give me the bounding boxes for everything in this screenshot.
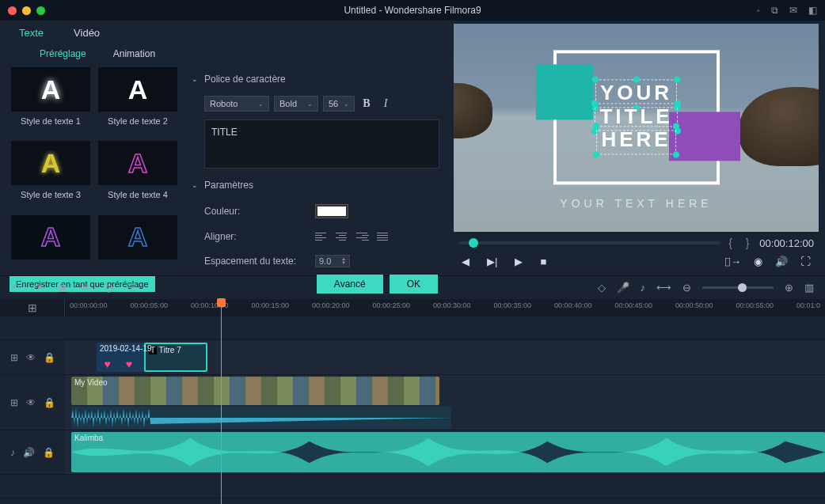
font-size-select[interactable]: 56⌄ [323,96,355,112]
advanced-button[interactable]: Avancé [317,275,383,294]
volume-icon[interactable]: 🔊 [23,447,35,458]
fullscreen-icon[interactable]: ⛶ [800,256,811,267]
add-media-icon[interactable]: ⊞ [28,301,37,314]
adjust-icon[interactable]: ☰ [127,282,137,294]
ruler-tick: 00:00:00:00 [70,301,108,309]
font-family-select[interactable]: Roboto⌄ [204,96,269,112]
video-track: ⊞ 👁 🔒 My Video [0,375,825,430]
chevron-down-icon: ⌄ [192,181,198,189]
notification-icon[interactable]: ◧ [808,5,817,16]
step-forward-button[interactable]: ▶| [487,256,497,267]
italic-button[interactable]: I [378,97,393,110]
ruler-tick: 00:00:40:00 [554,301,592,309]
fit-icon[interactable]: ⟷ [656,282,671,294]
preset-item[interactable]: AStyle de texte 2 [97,67,179,136]
preset-label: Style de texte 4 [108,190,168,199]
preset-thumb: A [11,67,90,112]
account-icon[interactable]: ◦ [757,5,760,16]
playhead[interactable] [221,299,222,504]
preview-canvas[interactable]: YOUR TITLE HERE YOUR TEXT HERE [454,24,819,232]
mail-icon[interactable]: ✉ [789,5,797,16]
zoom-in-button[interactable]: ⊕ [785,282,793,294]
color-picker[interactable] [315,204,348,218]
preview-subtitle: YOUR TEXT HERE [560,197,712,210]
visibility-icon[interactable]: 👁 [26,352,36,363]
params-section-header[interactable]: ⌄Paramètres [192,176,439,194]
preset-item[interactable]: AStyle de texte 3 [10,141,92,210]
titlebar: Untitled - Wondershare Filmora9 ◦ ⧉ ✉ ◧ [0,0,825,21]
volume-icon[interactable]: 🔊 [775,256,788,267]
align-right-button[interactable] [356,231,369,242]
preset-label: Style de texte 3 [21,190,81,199]
play-button[interactable]: ▶ [515,256,523,267]
preview-timecode: 00:00:12:00 [759,237,814,249]
screen-send-icon[interactable]: ⌷→ [724,256,741,267]
lock-icon[interactable]: 🔒 [44,352,55,363]
subtab-preset[interactable]: Préréglage [40,48,86,59]
clip-audio[interactable]: Kalimba [71,432,825,472]
clip-title-selected[interactable]: T Titre 7 [144,343,207,372]
preset-item[interactable]: AStyle de texte 4 [97,141,179,210]
clock-icon[interactable]: ◷ [105,282,113,294]
ruler-tick: 00:00:30:00 [433,301,471,309]
align-center-button[interactable] [336,231,348,242]
color-label: Couleur: [204,206,299,217]
shield-icon[interactable]: ◇ [598,282,606,294]
preset-item[interactable]: AStyle de texte 1 [10,67,92,136]
maximize-button[interactable] [36,6,45,15]
ruler-tick: 00:00:05:00 [131,301,169,309]
title-text-input[interactable]: TITLE [204,119,439,169]
zoom-slider[interactable] [702,286,774,289]
preset-thumb: A [11,215,90,260]
timeline-settings-icon[interactable]: ▥ [804,282,814,294]
prev-frame-button[interactable]: ◀ [462,256,470,267]
window-controls [8,6,45,15]
preset-item[interactable]: A [10,215,92,270]
preset-thumb: A [98,215,177,260]
spacing-input[interactable]: 9.0▲▼ [315,255,350,267]
stop-button[interactable]: ■ [540,256,546,267]
preset-thumb: A [11,141,90,185]
window-title: Untitled - Wondershare Filmora9 [344,5,481,16]
mic-icon[interactable]: 🎤 [617,282,629,294]
preset-thumb: A [98,67,177,112]
minimize-button[interactable] [22,6,31,15]
main-tabs: Texte Vidéo [0,21,447,42]
font-section-header[interactable]: ⌄Police de caractère [192,70,439,88]
align-left-button[interactable] [315,231,328,242]
visibility-icon[interactable]: 👁 [26,397,36,408]
close-button[interactable] [8,6,17,15]
preset-thumb: A [98,141,177,185]
preset-grid: AStyle de texte 1 AStyle de texte 2 ASty… [0,67,188,270]
preview-scrubber[interactable] [458,241,720,244]
undo-button[interactable]: ↶ [11,282,20,294]
ok-button[interactable]: OK [390,275,438,294]
font-weight-select[interactable]: Bold⌄ [274,96,318,112]
marker-brackets[interactable]: { } [728,237,751,249]
cart-icon[interactable]: ⧉ [771,5,778,16]
chevron-down-icon: ⌄ [192,75,198,83]
ruler-tick: 00:00:15:00 [252,301,290,309]
redo-button[interactable]: ↷ [34,282,43,294]
title-overlay[interactable]: YOUR TITLE HERE [553,50,720,184]
tab-video[interactable]: Vidéo [74,27,100,39]
lock-icon[interactable]: 🔒 [43,447,55,458]
cut-button[interactable]: ✂ [82,282,90,294]
ruler-tick: 00:00:35:00 [494,301,532,309]
tab-text[interactable]: Texte [19,27,44,39]
lock-icon[interactable]: 🔒 [44,397,55,408]
zoom-out-button[interactable]: ⊖ [682,282,691,294]
bold-button[interactable]: B [359,97,374,110]
subtab-animation[interactable]: Animation [113,48,155,59]
align-label: Aligner: [204,231,299,242]
time-ruler[interactable]: ⊞ 00:00:00:0000:00:05:0000:00:10:0000:00… [0,299,825,316]
music-icon[interactable]: ♪ [641,282,646,294]
align-justify-button[interactable] [377,231,390,242]
clip-video[interactable]: My Video [71,377,439,405]
title-track: ⊞ 👁 🔒 2019-02-14-19 ♥♥♥ T Titre 7 [0,340,825,375]
snapshot-icon[interactable]: ◉ [754,256,762,267]
ruler-tick: 00:00:20:00 [312,301,350,309]
ruler-tick: 00:00:55:00 [736,301,774,309]
preset-item[interactable]: A [97,215,179,270]
delete-button[interactable]: 🗑 [57,282,67,294]
